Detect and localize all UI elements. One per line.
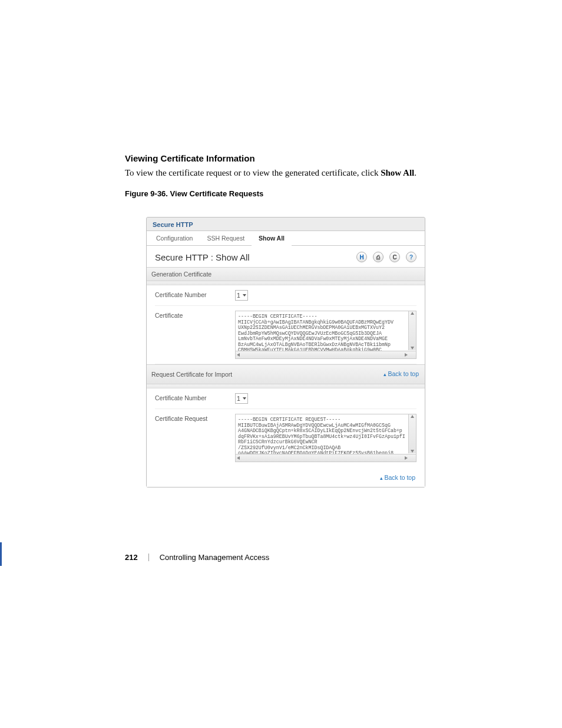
body-text-post: . (414, 168, 416, 177)
tab-ssh-request[interactable]: SSH Request (200, 232, 252, 245)
scrollbar-horizontal[interactable] (236, 351, 416, 358)
select-cert-number-1-value: 1 (237, 292, 240, 299)
section-heading: Viewing Certificate Information (125, 153, 431, 163)
select-cert-number-2[interactable]: 1 (235, 393, 248, 404)
label-cert-number-1: Certificate Number (155, 290, 230, 298)
scroll-down-icon[interactable] (411, 347, 414, 350)
tab-secure-http[interactable]: Secure HTTP (147, 218, 199, 230)
panel-footer: Back to top (147, 470, 425, 487)
scroll-left-icon-2[interactable] (237, 456, 240, 460)
textarea-certificate[interactable]: -----BEGIN CERTIFICATE----- MIICVjCCAb+g… (235, 311, 416, 359)
textarea-cert-request[interactable]: -----BEGIN CERTIFICATE REQUEST----- MIIB… (235, 414, 416, 462)
scroll-up-icon-2[interactable] (411, 415, 414, 418)
page-footer: 212 Controlling Management Access (125, 553, 269, 562)
page-edge-mark (0, 542, 2, 566)
section-generation-title: Generation Certificate (147, 267, 425, 281)
scroll-down-icon-2[interactable] (411, 450, 414, 453)
figure-caption: Figure 9-36. View Certificate Requests (125, 189, 431, 198)
section-spacer (147, 281, 425, 285)
scrollbar-horizontal-2[interactable] (236, 454, 416, 462)
print-icon[interactable]: ⎙ (373, 252, 384, 262)
body-text-pre: To view the certificate request or to vi… (125, 168, 381, 177)
back-to-top-link-2[interactable]: Back to top (380, 472, 416, 485)
refresh-icon[interactable]: C (389, 252, 400, 262)
toolbar-icons: H ⎙ C ? (356, 252, 416, 262)
scrollbar-vertical[interactable] (408, 311, 416, 350)
section-spacer-2 (147, 384, 425, 388)
section-request-bar: Request Certificate for Import Back to t… (147, 364, 425, 384)
body-paragraph: To view the certificate request or to vi… (125, 167, 431, 179)
help-icon[interactable]: ? (406, 252, 416, 262)
scroll-right-icon[interactable] (405, 353, 408, 357)
select-cert-number-1[interactable]: 1 (235, 290, 248, 301)
scroll-left-icon[interactable] (237, 353, 240, 357)
scroll-right-icon-2[interactable] (405, 456, 408, 460)
chapter-title: Controlling Management Access (160, 553, 269, 562)
page-number: 212 (125, 553, 138, 562)
top-tabstrip: Secure HTTP (147, 218, 425, 231)
subtab-strip: Configuration SSH Request Show All (147, 231, 425, 246)
label-certificate: Certificate (155, 311, 230, 319)
scroll-up-icon[interactable] (411, 312, 414, 315)
save-icon[interactable]: H (356, 252, 367, 262)
select-cert-number-2-value: 1 (237, 395, 240, 402)
label-cert-request: Certificate Request (155, 414, 230, 422)
label-cert-number-2: Certificate Number (155, 393, 230, 401)
panel-title: Secure HTTP : Show All (155, 252, 250, 262)
screenshot-window: Secure HTTP Configuration SSH Request Sh… (146, 217, 425, 487)
body-text-bold: Show All (381, 168, 414, 177)
scrollbar-vertical-2[interactable] (408, 414, 416, 453)
back-to-top-link-1[interactable]: Back to top (384, 368, 420, 381)
tab-show-all[interactable]: Show All (252, 232, 292, 246)
tab-configuration[interactable]: Configuration (149, 232, 200, 245)
section-request-title: Request Certificate for Import (151, 371, 232, 378)
footer-divider (148, 554, 149, 561)
